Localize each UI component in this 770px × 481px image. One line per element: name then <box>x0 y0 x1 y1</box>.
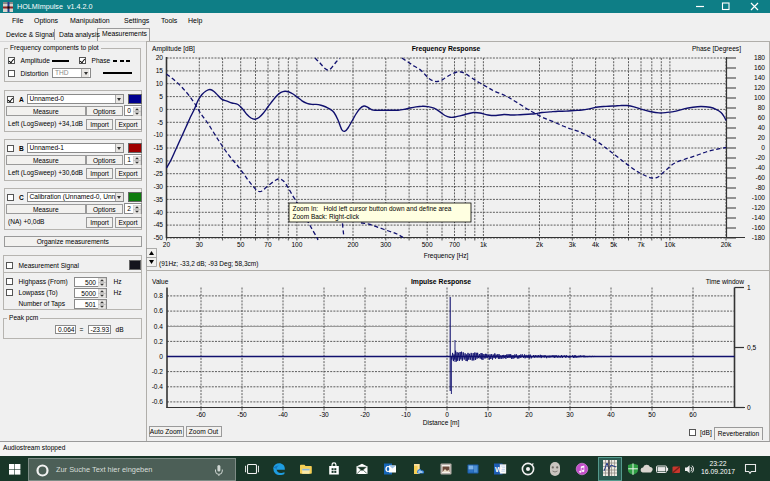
svg-text:2k: 2k <box>536 241 544 248</box>
svg-text:160: 160 <box>754 64 765 71</box>
svg-text:3k: 3k <box>569 241 577 248</box>
svg-text:-60: -60 <box>755 174 765 181</box>
svg-text:Distance [m]: Distance [m] <box>423 419 460 427</box>
svg-text:15: 15 <box>156 67 164 74</box>
svg-text:80: 80 <box>758 104 766 111</box>
svg-text:0: 0 <box>159 106 163 113</box>
svg-text:10: 10 <box>156 80 164 87</box>
svg-text:4k: 4k <box>592 241 600 248</box>
svg-text:60: 60 <box>689 411 697 418</box>
svg-text:Zoom In: Hold left cursor bu: Zoom In: Hold left cursor button down an… <box>293 205 452 212</box>
svg-text:10: 10 <box>484 411 492 418</box>
svg-text:0,5: 0,5 <box>747 344 756 351</box>
svg-text:-60: -60 <box>196 411 206 418</box>
svg-text:10k: 10k <box>665 241 676 248</box>
svg-text:-40: -40 <box>278 411 288 418</box>
svg-text:5k: 5k <box>610 241 618 248</box>
svg-text:-0.6: -0.6 <box>152 398 164 405</box>
svg-text:180: 180 <box>754 54 765 61</box>
svg-text:20: 20 <box>163 241 171 248</box>
svg-text:0.2: 0.2 <box>154 338 163 345</box>
svg-text:0.8: 0.8 <box>154 292 163 299</box>
svg-text:Impulse Response: Impulse Response <box>411 278 471 286</box>
svg-text:Time window: Time window <box>706 278 744 285</box>
svg-text:-5: -5 <box>157 119 163 126</box>
svg-text:20: 20 <box>525 411 533 418</box>
svg-text:0: 0 <box>445 411 449 418</box>
svg-text:20k: 20k <box>721 241 732 248</box>
svg-text:-40: -40 <box>153 209 163 216</box>
svg-text:(91Hz; -33,2 dB; -93 Deg; 58,3: (91Hz; -33,2 dB; -93 Deg; 58,3cm) <box>159 260 258 268</box>
svg-text:-80: -80 <box>755 184 765 191</box>
svg-text:-120: -120 <box>752 204 766 211</box>
svg-text:-0.2: -0.2 <box>152 368 164 375</box>
svg-text:30: 30 <box>566 411 574 418</box>
svg-text:-20: -20 <box>360 411 370 418</box>
svg-text:0: 0 <box>761 144 765 151</box>
svg-text:0: 0 <box>159 353 163 360</box>
svg-text:-25: -25 <box>153 170 163 177</box>
svg-text:Frequency Response: Frequency Response <box>412 45 481 53</box>
svg-text:140: 140 <box>754 74 765 81</box>
svg-text:0.6: 0.6 <box>154 307 163 314</box>
svg-text:100: 100 <box>754 94 765 101</box>
svg-text:40: 40 <box>758 124 766 131</box>
svg-text:-30: -30 <box>319 411 329 418</box>
svg-text:1k: 1k <box>480 241 488 248</box>
svg-text:-35: -35 <box>153 196 163 203</box>
svg-text:0: 0 <box>747 404 751 411</box>
svg-text:-180: -180 <box>752 234 766 241</box>
svg-text:-160: -160 <box>752 224 766 231</box>
svg-text:30: 30 <box>196 241 204 248</box>
svg-text:50: 50 <box>237 241 245 248</box>
svg-text:20: 20 <box>156 54 164 61</box>
svg-text:-30: -30 <box>153 183 163 190</box>
svg-text:100: 100 <box>291 241 302 248</box>
svg-text:Phase [Degrees]: Phase [Degrees] <box>692 45 741 53</box>
svg-text:Zoom Back: Right-click: Zoom Back: Right-click <box>293 213 360 221</box>
svg-text:300: 300 <box>380 241 391 248</box>
svg-text:-0.4: -0.4 <box>152 383 164 390</box>
svg-text:-50: -50 <box>237 411 247 418</box>
svg-text:Value: Value <box>152 278 169 285</box>
svg-text:Frequency [Hz]: Frequency [Hz] <box>424 252 469 260</box>
svg-text:40: 40 <box>607 411 615 418</box>
svg-text:700: 700 <box>449 241 460 248</box>
svg-text:-100: -100 <box>752 194 766 201</box>
svg-text:50: 50 <box>648 411 656 418</box>
svg-text:Amplitude [dB]: Amplitude [dB] <box>152 45 195 53</box>
svg-text:-10: -10 <box>153 131 163 138</box>
svg-text:-20: -20 <box>755 154 765 161</box>
svg-text:-40: -40 <box>755 164 765 171</box>
svg-text:1: 1 <box>747 284 751 291</box>
svg-text:0.4: 0.4 <box>154 323 163 330</box>
svg-text:500: 500 <box>422 241 433 248</box>
svg-text:120: 120 <box>754 84 765 91</box>
svg-text:7k: 7k <box>638 241 646 248</box>
svg-text:-20: -20 <box>153 157 163 164</box>
svg-text:70: 70 <box>264 241 272 248</box>
svg-text:5: 5 <box>159 93 163 100</box>
svg-text:-15: -15 <box>153 144 163 151</box>
svg-text:60: 60 <box>758 114 766 121</box>
svg-text:W: W <box>495 465 503 474</box>
svg-text:-140: -140 <box>752 214 766 221</box>
svg-text:20: 20 <box>758 134 766 141</box>
svg-text:-45: -45 <box>153 221 163 228</box>
svg-text:200: 200 <box>347 241 358 248</box>
svg-text:-10: -10 <box>401 411 411 418</box>
